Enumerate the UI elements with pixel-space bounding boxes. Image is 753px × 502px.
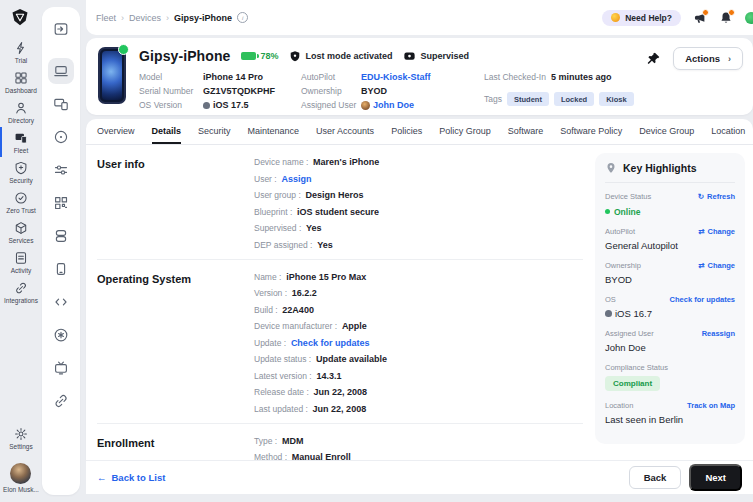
sidebar-item-label: Security [9, 177, 32, 184]
highlight-value: Online [605, 205, 735, 217]
device-fields-left: ModeliPhone 14 Pro Serial NumberGZ1V5TQD… [139, 72, 301, 110]
sidebar-item-integrations[interactable]: Integrations [0, 277, 40, 307]
sidebar-item-zero-trust[interactable]: Zero Trust [0, 187, 40, 217]
check-circle-icon [14, 191, 28, 205]
lost-mode-badge: Lost mode activated [289, 50, 392, 63]
tablet-icon[interactable] [48, 256, 74, 282]
qr-code-icon[interactable] [48, 190, 74, 216]
breadcrumb-fleet[interactable]: Fleet [96, 13, 116, 23]
back-button[interactable]: Back [629, 466, 682, 489]
tab[interactable]: Policies [391, 119, 422, 144]
sidebar-item-fleet[interactable]: Fleet [0, 127, 40, 157]
tab[interactable]: Location [711, 119, 745, 144]
section-operating-system: Operating System Name iPhone 15 Pro Max [97, 259, 583, 423]
key-highlights-header: Key Highlights [605, 162, 735, 183]
pin-icon[interactable] [646, 51, 661, 66]
sidebar-item-trial[interactable]: Trial [0, 37, 40, 67]
tv-icon[interactable] [48, 355, 74, 381]
highlight-item: AutoPilot ⇄Change General Autopilot [605, 227, 735, 251]
cube-icon [14, 221, 28, 235]
section-enrollment: Enrollment Type MDM Method [97, 423, 583, 461]
notifications-button[interactable] [719, 11, 733, 25]
row-value[interactable]: Check for updates [291, 338, 370, 348]
sliders-icon[interactable] [48, 157, 74, 183]
field-label: Assigned User [301, 100, 361, 110]
tag-chip[interactable]: Kiosk [599, 92, 633, 106]
autopilot-link[interactable]: EDU-Kiosk-Staff [361, 72, 431, 82]
sidebar-item-security[interactable]: Security [0, 157, 40, 187]
field-label: Serial Number [139, 86, 203, 96]
sidebar-item-label: Fleet [14, 147, 28, 154]
field-label: Model [139, 72, 203, 82]
highlight-action-link[interactable]: Reassign [702, 329, 735, 338]
laptop-icon[interactable] [48, 58, 74, 84]
sidebar-item-dashboard[interactable]: Dashboard [0, 67, 40, 97]
back-to-list-label: Back to List [112, 472, 166, 483]
disc-icon[interactable] [48, 124, 74, 150]
next-button[interactable]: Next [689, 464, 742, 491]
tab[interactable]: Software [508, 119, 544, 144]
tab[interactable]: Details [152, 119, 182, 144]
breadcrumb: Fleet › Devices › Gipsy-iPhone i [96, 12, 248, 23]
row-label: Last updated [254, 404, 313, 414]
row-label: User [254, 174, 281, 184]
code-icon[interactable] [48, 289, 74, 315]
sidebar-item-label: Integrations [4, 297, 38, 304]
detail-row: Supervised Yes [254, 223, 379, 233]
tab[interactable]: Policy Group [439, 119, 491, 144]
sidebar-item-settings[interactable]: Settings [7, 423, 33, 453]
tab[interactable]: Overview [97, 119, 135, 144]
row-value[interactable]: Assign [281, 174, 311, 184]
tag-chip[interactable]: Locked [554, 92, 594, 106]
sidebar-user[interactable]: Elon Musk... [1, 459, 39, 496]
section-title: Operating System [97, 272, 254, 414]
row-value: Maren's iPhone [313, 157, 379, 167]
highlight-label: Ownership [605, 261, 641, 270]
device-thumbnail [98, 47, 126, 106]
tab[interactable]: Maintenance [248, 119, 300, 144]
footer-bar: ← Back to List Back Next [86, 460, 753, 494]
back-to-list-link[interactable]: ← Back to List [97, 472, 165, 483]
detail-row: Update status Update available [254, 354, 387, 364]
row-value: Apple [342, 321, 367, 331]
tab[interactable]: Device Group [639, 119, 694, 144]
app-logo-icon[interactable] [10, 7, 30, 27]
highlight-action-link[interactable]: ↻Refresh [698, 192, 735, 201]
info-icon[interactable]: i [237, 12, 248, 23]
row-value: Jun 22, 2008 [314, 387, 368, 397]
tab[interactable]: User Accounts [316, 119, 374, 144]
announcements-button[interactable] [693, 11, 707, 25]
supervised-icon [403, 50, 416, 62]
sidebar-item-activity[interactable]: Activity [0, 247, 40, 277]
highlight-item: Ownership ⇄Change BYOD [605, 261, 735, 285]
highlight-action-link[interactable]: Track on Map [687, 401, 735, 410]
actions-button[interactable]: Actions › [673, 47, 743, 70]
tab[interactable]: Security [198, 119, 231, 144]
asterisk-circle-icon[interactable] [48, 322, 74, 348]
user-avatar [10, 463, 31, 484]
row-value: iPhone 15 Pro Max [286, 272, 366, 282]
link-icon [14, 281, 28, 295]
stack-icon[interactable] [48, 223, 74, 249]
detail-row: Blueprint iOS student secure [254, 207, 379, 217]
section-rows: Device name Maren's iPhone User Assign [254, 157, 379, 250]
need-help-button[interactable]: Need Help? [602, 10, 681, 26]
sidebar-item-directory[interactable]: Directory [0, 97, 40, 127]
key-highlights-panel: Key Highlights Device Status ↻Refresh On… [595, 153, 745, 444]
highlight-item: Compliance Status Compliant [605, 363, 735, 391]
link-icon[interactable] [48, 388, 74, 414]
tab[interactable]: Software Policy [560, 119, 622, 144]
breadcrumb-devices[interactable]: Devices [129, 13, 161, 23]
tag-chip[interactable]: Student [507, 92, 549, 106]
lost-mode-label: Lost mode activated [305, 51, 392, 61]
panel-collapse-icon[interactable] [48, 16, 74, 42]
highlight-action-link[interactable]: ⇄Change [698, 261, 735, 270]
sidebar-item-services[interactable]: Services [0, 217, 40, 247]
highlight-action-link[interactable]: ⇄Change [698, 227, 735, 236]
row-value: MDM [282, 436, 304, 446]
row-value: Update available [316, 354, 387, 364]
highlight-action-link[interactable]: Check for updates [670, 295, 735, 304]
assigned-user-link[interactable]: John Doe [361, 100, 414, 110]
row-label: Supervised [254, 223, 306, 233]
monitor-tablet-icon[interactable] [48, 91, 74, 117]
